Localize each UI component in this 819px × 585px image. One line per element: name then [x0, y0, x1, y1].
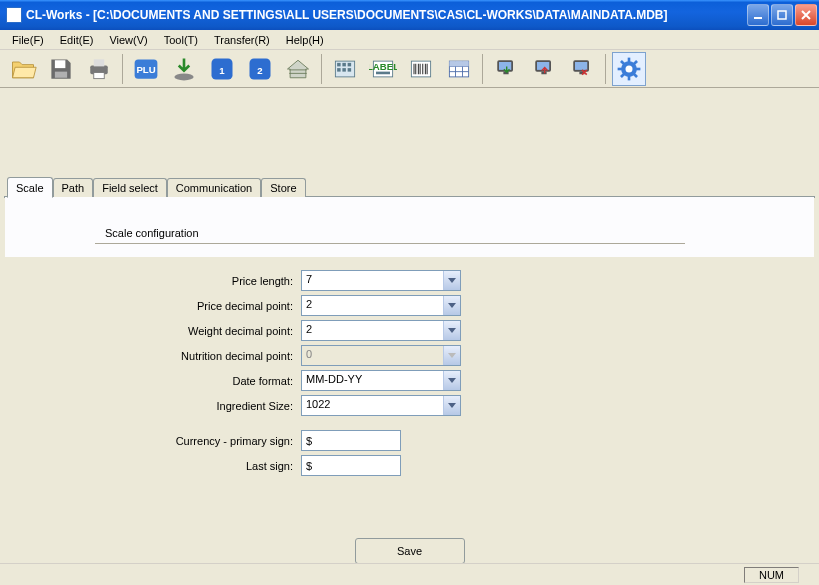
svg-rect-3: [55, 71, 67, 77]
svg-rect-23: [376, 71, 390, 74]
label-last-sign: Last sign:: [95, 460, 301, 472]
app-icon: [6, 7, 22, 23]
tab-scale[interactable]: Scale: [7, 177, 53, 198]
chevron-down-icon: [443, 396, 460, 415]
minimize-button[interactable]: [747, 4, 769, 26]
tab-store[interactable]: Store: [261, 178, 305, 199]
svg-point-9: [174, 73, 193, 80]
save-button[interactable]: Save: [355, 538, 465, 564]
svg-rect-18: [337, 68, 341, 72]
svg-rect-38: [628, 57, 631, 61]
combo-date-format[interactable]: MM-DD-YY: [301, 370, 461, 391]
combo-value: 2: [302, 296, 443, 315]
svg-rect-19: [342, 68, 346, 72]
save-icon[interactable]: [44, 52, 78, 86]
label-weight-decimal: Weight decimal point:: [95, 325, 301, 337]
label-currency-primary: Currency - primary sign:: [95, 435, 301, 447]
label-date-format: Date format:: [95, 375, 301, 387]
combo-nutrition-decimal: 0: [301, 345, 461, 366]
monitor-x-icon[interactable]: [565, 52, 599, 86]
status-num: NUM: [744, 567, 799, 583]
svg-rect-39: [628, 76, 631, 80]
window-title: CL-Works - [C:\DOCUMENTS AND SETTINGS\AL…: [26, 8, 747, 22]
open-icon[interactable]: [6, 52, 40, 86]
tab-field-select[interactable]: Field select: [93, 178, 167, 199]
download-icon[interactable]: [167, 52, 201, 86]
toolbar: PLU 1 2 LABEL: [0, 50, 819, 88]
home-icon[interactable]: [281, 52, 315, 86]
combo-price-decimal[interactable]: 2: [301, 295, 461, 316]
label-icon[interactable]: LABEL: [366, 52, 400, 86]
close-button[interactable]: [795, 4, 817, 26]
section-title: Scale configuration: [105, 227, 724, 239]
tab-path[interactable]: Path: [53, 178, 94, 199]
tab-communication[interactable]: Communication: [167, 178, 261, 199]
menu-transfer[interactable]: Transfer(R): [206, 32, 278, 48]
menu-tool[interactable]: Tool(T): [156, 32, 206, 48]
table-icon[interactable]: [442, 52, 476, 86]
monitor-down-icon[interactable]: [489, 52, 523, 86]
menu-file[interactable]: File(F): [4, 32, 52, 48]
svg-text:2: 2: [257, 65, 262, 76]
combo-value: 0: [302, 346, 443, 365]
combo-price-length[interactable]: 7: [301, 270, 461, 291]
monitor-up-icon[interactable]: [527, 52, 561, 86]
one-icon[interactable]: 1: [205, 52, 239, 86]
input-last-sign[interactable]: [301, 455, 401, 476]
combo-value: 1022: [302, 396, 443, 415]
combo-value: 7: [302, 271, 443, 290]
svg-rect-2: [55, 60, 66, 68]
tab-strip: Scale Path Field select Communication St…: [7, 177, 306, 198]
label-price-length: Price length:: [95, 275, 301, 287]
chevron-down-icon: [443, 371, 460, 390]
keypad-icon[interactable]: [328, 52, 362, 86]
gear-icon[interactable]: [612, 52, 646, 86]
svg-rect-28: [499, 62, 511, 70]
two-icon[interactable]: 2: [243, 52, 277, 86]
svg-rect-41: [636, 67, 640, 70]
svg-rect-6: [94, 72, 105, 78]
svg-rect-34: [575, 62, 587, 70]
input-currency-primary[interactable]: [301, 430, 401, 451]
chevron-down-icon: [443, 321, 460, 340]
svg-rect-0: [754, 17, 762, 19]
menu-help[interactable]: Help(H): [278, 32, 332, 48]
combo-value: MM-DD-YY: [302, 371, 443, 390]
plu-icon[interactable]: PLU: [129, 52, 163, 86]
chevron-down-icon: [443, 346, 460, 365]
menu-edit[interactable]: Edit(E): [52, 32, 102, 48]
svg-rect-40: [618, 67, 622, 70]
svg-rect-5: [94, 59, 105, 66]
svg-rect-20: [348, 68, 352, 72]
status-bar: NUM: [0, 563, 819, 585]
label-ingredient-size: Ingredient Size:: [95, 400, 301, 412]
maximize-button[interactable]: [771, 4, 793, 26]
svg-rect-26: [449, 61, 468, 66]
svg-text:1: 1: [219, 65, 225, 76]
combo-weight-decimal[interactable]: 2: [301, 320, 461, 341]
svg-rect-16: [342, 62, 346, 66]
menu-view[interactable]: View(V): [101, 32, 155, 48]
title-bar: CL-Works - [C:\DOCUMENTS AND SETTINGS\AL…: [0, 0, 819, 30]
label-price-decimal: Price decimal point:: [95, 300, 301, 312]
svg-text:PLU: PLU: [136, 63, 155, 74]
chevron-down-icon: [443, 271, 460, 290]
svg-point-37: [626, 65, 633, 72]
svg-rect-15: [337, 62, 341, 66]
menu-bar: File(F) Edit(E) View(V) Tool(T) Transfer…: [0, 30, 819, 50]
combo-ingredient-size[interactable]: 1022: [301, 395, 461, 416]
barcode-icon[interactable]: [404, 52, 438, 86]
section-divider: [95, 243, 685, 244]
combo-value: 2: [302, 321, 443, 340]
print-icon[interactable]: [82, 52, 116, 86]
svg-rect-1: [778, 11, 786, 19]
label-nutrition-decimal: Nutrition decimal point:: [95, 350, 301, 362]
svg-text:LABEL: LABEL: [369, 60, 397, 71]
tab-panel: Scale Path Field select Communication St…: [4, 196, 815, 198]
svg-rect-17: [348, 62, 352, 66]
chevron-down-icon: [443, 296, 460, 315]
